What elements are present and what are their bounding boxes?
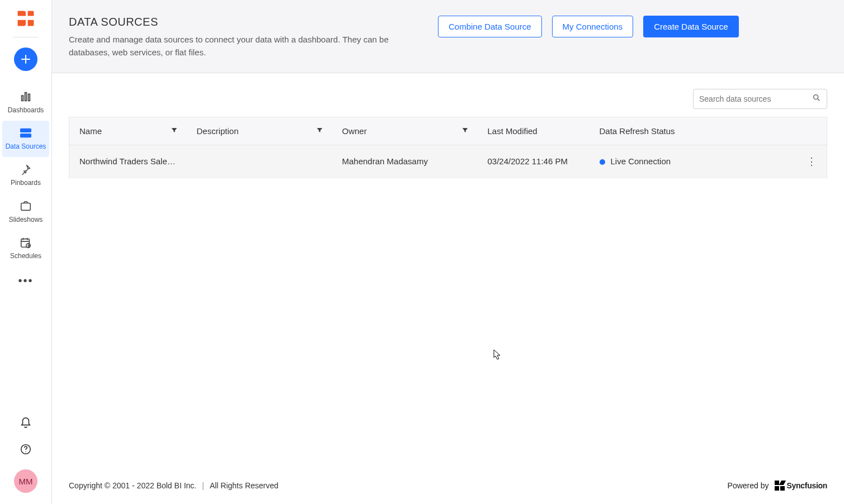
help-icon (20, 443, 32, 455)
help-button[interactable] (20, 443, 32, 457)
page-header: DATA SOURCES Create and manage data sour… (52, 0, 844, 73)
sidebar-item-label: Slideshows (9, 216, 43, 224)
my-connections-button[interactable]: My Connections (552, 16, 634, 37)
notifications-button[interactable] (20, 417, 32, 431)
create-new-button[interactable] (14, 47, 37, 71)
column-header-refresh-status[interactable]: Data Refresh Status (600, 126, 675, 136)
footer-powered-by: Powered by (728, 481, 769, 490)
page-title: DATA SOURCES (69, 16, 427, 28)
dashboards-icon (20, 90, 32, 103)
svg-rect-3 (21, 129, 31, 132)
divider (13, 37, 39, 37)
svg-rect-4 (21, 134, 31, 137)
cell-refresh-status: Live Connection (611, 156, 671, 166)
sidebar-more-button[interactable]: ••• (0, 271, 51, 291)
plus-icon (20, 54, 31, 65)
column-header-owner[interactable]: Owner (342, 126, 367, 136)
filter-icon[interactable] (461, 126, 469, 136)
sidebar-item-data-sources[interactable]: Data Sources (2, 121, 49, 157)
main-content: DATA SOURCES Create and manage data sour… (52, 0, 844, 504)
sidebar-item-label: Schedules (10, 253, 41, 260)
sidebar-item-label: Dashboards (8, 107, 44, 114)
pinboards-icon (20, 163, 31, 176)
search-input[interactable] (699, 94, 812, 103)
create-data-source-button[interactable]: Create Data Source (643, 16, 739, 37)
data-sources-table: Name Description Owner (69, 117, 827, 178)
footer-rights: All Rights Reserved (210, 481, 279, 490)
slideshows-icon (20, 199, 32, 213)
sidebar-item-label: Data Sources (6, 143, 46, 150)
svg-rect-1 (25, 93, 27, 101)
more-vertical-icon: ⋮ (807, 156, 817, 167)
user-avatar[interactable]: MM (14, 469, 37, 493)
cell-owner: Mahendran Madasamy (342, 156, 428, 166)
search-box[interactable] (693, 89, 827, 109)
svg-point-14 (814, 95, 818, 99)
cell-last-modified: 03/24/2022 11:46 PM (488, 156, 568, 166)
live-status-dot (600, 159, 605, 165)
svg-rect-0 (22, 96, 23, 101)
syncfusion-logo-text: Syncfusion (787, 481, 827, 490)
syncfusion-logo: Syncfusion (775, 481, 827, 491)
search-icon (812, 93, 821, 104)
table-row[interactable]: Northwind Traders Sale… Mahendran Madasa… (69, 145, 827, 178)
combine-data-source-button[interactable]: Combine Data Source (438, 16, 542, 37)
data-sources-icon (19, 126, 32, 140)
syncfusion-logo-icon (775, 481, 785, 491)
bell-icon (20, 417, 32, 429)
footer-copyright: Copyright © 2001 - 2022 Bold BI Inc. (69, 481, 196, 490)
sidebar-nav: Dashboards Data Sources Pinboards (0, 84, 51, 291)
sidebar-item-pinboards[interactable]: Pinboards (0, 157, 51, 193)
row-actions-button[interactable]: ⋮ (796, 145, 827, 178)
divider: | (202, 481, 204, 490)
app-logo (16, 9, 36, 29)
cell-name: Northwind Traders Sale… (79, 156, 177, 166)
column-header-description[interactable]: Description (197, 126, 239, 136)
sidebar-item-label: Pinboards (11, 179, 41, 187)
avatar-initials: MM (19, 477, 33, 486)
filter-icon[interactable] (171, 126, 178, 136)
sidebar-item-dashboards[interactable]: Dashboards (0, 84, 51, 121)
column-header-last-modified[interactable]: Last Modified (488, 126, 537, 136)
page-footer: Copyright © 2001 - 2022 Bold BI Inc. | A… (52, 469, 844, 504)
toolbar (52, 73, 844, 117)
sidebar-item-slideshows[interactable]: Slideshows (0, 194, 51, 230)
more-horizontal-icon: ••• (18, 274, 33, 287)
schedules-icon (20, 236, 32, 249)
filter-icon[interactable] (316, 126, 323, 136)
sidebar: Dashboards Data Sources Pinboards (0, 0, 52, 504)
sidebar-item-schedules[interactable]: Schedules (0, 230, 51, 267)
column-header-name[interactable]: Name (79, 126, 102, 136)
page-subtitle: Create and manage data sources to connec… (69, 33, 427, 59)
svg-rect-2 (29, 94, 30, 101)
svg-rect-9 (21, 203, 31, 210)
svg-point-13 (25, 451, 26, 452)
